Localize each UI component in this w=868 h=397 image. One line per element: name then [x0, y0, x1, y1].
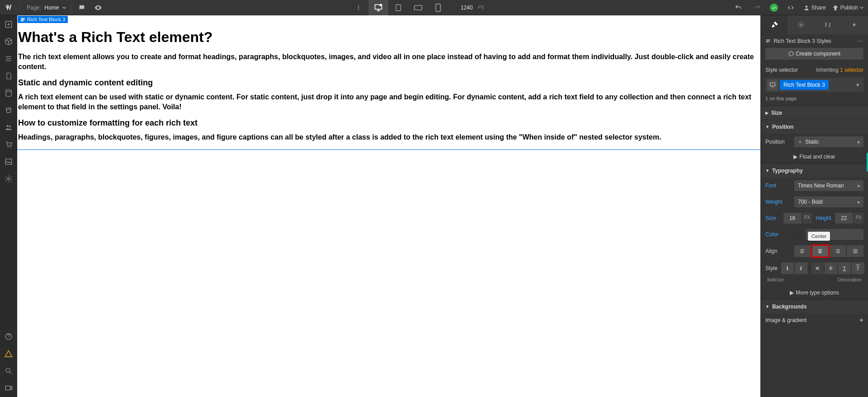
overline-icon[interactable]: T — [852, 262, 864, 274]
page-label: Page: — [27, 5, 41, 11]
effects-tab-lightning-icon[interactable] — [841, 15, 868, 34]
redo-icon[interactable] — [751, 1, 764, 14]
float-and-clear-link[interactable]: ▶Float and clear — [761, 150, 868, 163]
section-size[interactable]: ▶Size — [761, 106, 868, 120]
svg-point-10 — [6, 90, 11, 92]
rich-text-h3[interactable]: How to customize formatting for each ric… — [18, 118, 760, 128]
panel-more-icon[interactable]: ⋯ — [857, 38, 863, 44]
svg-point-12 — [9, 126, 11, 127]
more-type-options-link[interactable]: ▶More type options — [761, 286, 868, 299]
navigator-icon[interactable] — [4, 54, 13, 63]
section-backgrounds[interactable]: ▼Backgrounds — [761, 299, 868, 313]
italic-off-icon[interactable]: I — [781, 262, 794, 274]
rich-text-content[interactable]: What's a Rich Text element? The rich tex… — [17, 29, 760, 142]
audit-triangle-icon[interactable] — [4, 349, 13, 358]
position-select[interactable]: Static ◆ — [794, 136, 863, 147]
inheriting-link[interactable]: 1 selector — [840, 67, 863, 73]
assets-cart-icon[interactable] — [4, 140, 13, 149]
class-chip[interactable]: Rich Text Block 3 — [780, 80, 829, 90]
rich-text-p[interactable]: The rich text element allows you to crea… — [18, 52, 760, 72]
canvas-width-unit: PX — [478, 5, 484, 10]
search-icon[interactable] — [4, 366, 13, 375]
ecommerce-icon[interactable] — [4, 106, 13, 115]
svg-rect-20 — [21, 18, 24, 19]
rich-text-h3[interactable]: Static and dynamic content editing — [18, 78, 760, 88]
strikethrough-icon[interactable]: T — [825, 262, 837, 274]
section-typography[interactable]: ▼Typography — [761, 163, 868, 177]
font-label: Font — [765, 182, 791, 189]
add-element-icon[interactable] — [4, 20, 13, 29]
align-justify-icon[interactable] — [847, 245, 863, 257]
underline-icon[interactable]: T — [838, 262, 851, 274]
align-center-icon[interactable] — [812, 245, 829, 257]
publish-button[interactable]: Publish — [832, 5, 863, 11]
svg-rect-22 — [21, 20, 24, 21]
assets-image-icon[interactable] — [4, 157, 13, 166]
color-label: Color — [765, 231, 791, 238]
create-component-button[interactable]: Create component — [765, 48, 863, 60]
status-ok-icon[interactable] — [770, 4, 778, 12]
rich-text-h1[interactable]: What's a Rich Text element? — [18, 29, 760, 46]
share-button[interactable]: Share — [803, 5, 826, 11]
size-unit[interactable]: PX — [802, 213, 812, 224]
interactions-tab-icon[interactable] — [815, 15, 841, 34]
device-breakpoints — [368, 0, 448, 15]
undo-icon[interactable] — [732, 1, 745, 14]
size-input[interactable]: 16 — [783, 213, 802, 224]
style-panel: Rich Text Block 3 Styles ⋯ Create compon… — [760, 15, 868, 397]
settings-tab-gear-icon[interactable] — [788, 15, 814, 34]
svg-point-27 — [800, 24, 802, 26]
svg-point-18 — [6, 368, 10, 372]
svg-point-8 — [805, 5, 807, 8]
line-height-unit[interactable]: PX — [854, 213, 863, 224]
selector-count: 1 on this page — [761, 94, 868, 106]
align-left-icon[interactable] — [794, 245, 811, 257]
color-swatch[interactable] — [794, 230, 802, 238]
add-background-icon[interactable]: + — [859, 316, 863, 324]
users-icon[interactable] — [4, 123, 13, 132]
italic-on-icon[interactable]: I — [795, 262, 807, 274]
weight-label: Weight — [765, 199, 791, 205]
pages-icon[interactable] — [4, 71, 13, 80]
more-vert-icon[interactable] — [352, 1, 365, 14]
style-tab-brush-icon[interactable] — [761, 15, 788, 34]
preview-eye-icon[interactable] — [92, 1, 104, 14]
video-tutorial-icon[interactable] — [4, 383, 13, 392]
canvas-width[interactable]: 1240 — [461, 5, 473, 11]
align-right-icon[interactable] — [830, 245, 846, 257]
svg-point-28 — [825, 26, 826, 27]
svg-rect-31 — [766, 41, 770, 42]
svg-rect-32 — [766, 42, 769, 43]
line-height-input[interactable]: 22 — [835, 213, 853, 224]
webflow-logo-icon[interactable] — [5, 3, 14, 13]
chevron-down-icon[interactable] — [62, 6, 66, 9]
comments-icon[interactable] — [75, 1, 88, 14]
weight-select[interactable]: 700 - Bold◆ — [794, 196, 863, 207]
rich-text-p[interactable]: A rich text element can be used with sta… — [18, 92, 760, 112]
cms-database-icon[interactable] — [4, 89, 13, 98]
top-bar: Page: Home 1240 PX Share Publish — [0, 0, 868, 15]
selector-input[interactable]: Rich Text Block 3 ▾ — [765, 78, 863, 92]
page-name[interactable]: Home — [44, 5, 59, 11]
selector-state-icon[interactable] — [767, 79, 778, 90]
svg-rect-5 — [396, 5, 401, 11]
font-select[interactable]: Times New Roman◆ — [794, 180, 863, 191]
help-icon[interactable] — [4, 332, 13, 341]
canvas[interactable]: Rich Text Block 3 What's a Rich Text ele… — [17, 15, 760, 397]
svg-rect-30 — [766, 40, 770, 41]
panel-header: Rich Text Block 3 Styles ⋯ — [761, 34, 868, 48]
section-position[interactable]: ▼Position — [761, 120, 868, 134]
svg-point-4 — [379, 4, 382, 6]
tablet-device-icon[interactable] — [388, 0, 408, 15]
mobile-device-icon[interactable] — [428, 0, 448, 15]
size-label: Size — [765, 215, 780, 221]
decoration-none-icon[interactable] — [811, 262, 824, 274]
code-icon[interactable] — [784, 1, 797, 14]
rich-text-p[interactable]: Headings, paragraphs, blockquotes, figur… — [18, 132, 760, 142]
selected-element-label[interactable]: Rich Text Block 3 — [18, 16, 68, 23]
selector-dropdown-icon[interactable]: ▾ — [854, 82, 862, 88]
desktop-device-icon[interactable] — [368, 0, 388, 15]
landscape-mobile-icon[interactable] — [408, 0, 428, 15]
symbols-cube-icon[interactable] — [4, 37, 13, 46]
settings-gear-icon[interactable] — [4, 174, 13, 183]
